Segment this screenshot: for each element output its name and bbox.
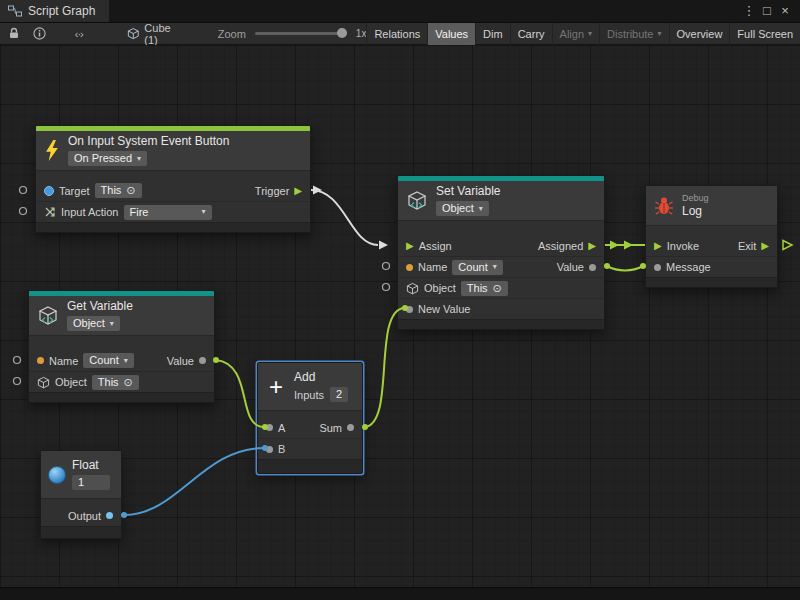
wire-trigger-to-assign[interactable]: [311, 190, 378, 245]
event-mode-dropdown[interactable]: On Pressed ▾: [68, 151, 147, 166]
node-on-input-system-event-button[interactable]: On Input System Event Button On Pressed …: [35, 125, 311, 233]
node-title: On Input System Event Button: [68, 135, 229, 148]
fullscreen-button[interactable]: Full Screen: [729, 23, 800, 45]
variable-cube-icon: [37, 305, 59, 327]
unconnected-port-indicator[interactable]: [383, 263, 390, 270]
invoke-input-port[interactable]: ▶: [654, 241, 662, 251]
node-footer: [398, 319, 604, 329]
a-input-port[interactable]: [266, 424, 273, 431]
chevron-down-icon: ▾: [124, 357, 128, 365]
value-port-label: Value: [167, 355, 194, 367]
values-button[interactable]: Values: [427, 23, 475, 45]
graph-target-selector[interactable]: Cube (1): [127, 22, 186, 46]
node-header: On Input System Event Button On Pressed …: [36, 131, 310, 171]
b-port-label: B: [278, 443, 285, 455]
zoom-slider-handle[interactable]: [337, 28, 347, 38]
trigger-output-port[interactable]: ▶: [294, 186, 302, 196]
input-action-dropdown[interactable]: Fire ▾: [124, 205, 212, 220]
node-add[interactable]: + Add Inputs 2 A Su: [257, 362, 363, 474]
value-output-port[interactable]: [589, 264, 596, 271]
object-port-row: Object This ⊙: [398, 277, 604, 298]
target-port-label: Target: [59, 185, 90, 197]
float-value-field[interactable]: 1: [72, 475, 110, 490]
dim-button[interactable]: Dim: [475, 23, 510, 45]
node-footer: [646, 277, 777, 287]
object-picker[interactable]: This ⊙: [92, 375, 139, 390]
chevron-down-icon: ▾: [110, 320, 114, 328]
overview-button[interactable]: Overview: [669, 23, 730, 45]
assigned-output-port[interactable]: ▶: [588, 241, 596, 251]
toolbar-buttons: Relations Values Dim Carry Align ▾ Distr…: [366, 23, 800, 45]
graph-canvas[interactable]: On Input System Event Button On Pressed …: [0, 45, 800, 587]
unconnected-port-indicator[interactable]: [383, 284, 390, 291]
unconnected-port-indicator[interactable]: [20, 187, 27, 194]
wire-arrowhead: [624, 241, 633, 250]
close-icon[interactable]: ×: [776, 0, 794, 22]
chevron-down-icon: ▾: [588, 29, 592, 38]
zoom-value: 1x: [356, 28, 367, 39]
align-label: Align: [560, 28, 584, 40]
variable-kind-dropdown[interactable]: Object ▾: [436, 201, 489, 216]
cube-icon: [37, 376, 50, 389]
dropdown-value: Object: [442, 203, 474, 214]
variable-name-dropdown[interactable]: Count ▾: [452, 260, 502, 275]
align-button[interactable]: Align ▾: [552, 23, 599, 45]
variable-kind-dropdown[interactable]: Object ▾: [67, 316, 120, 331]
node-debug-log[interactable]: Debug Log ▶ Invoke Exit ▶ Message: [645, 185, 778, 288]
tab-title: Script Graph: [28, 4, 95, 18]
unconnected-port-indicator[interactable]: [14, 357, 21, 364]
exit-port-label: Exit: [738, 240, 756, 252]
gameobject-icon: [44, 186, 54, 196]
maximize-icon[interactable]: □: [758, 0, 776, 22]
distribute-button[interactable]: Distribute ▾: [599, 23, 668, 45]
node-footer: [29, 392, 214, 402]
node-spacer: [29, 336, 214, 350]
sum-output-port[interactable]: [347, 424, 354, 431]
node-header: Float 1: [41, 451, 121, 499]
name-input-port[interactable]: [406, 264, 413, 271]
b-input-port[interactable]: [266, 446, 273, 453]
tab-script-graph[interactable]: Script Graph: [0, 0, 109, 22]
object-picker[interactable]: This ⊙: [461, 281, 508, 296]
unconnected-port-indicator[interactable]: [20, 208, 27, 215]
carry-button[interactable]: Carry: [510, 23, 552, 45]
target-object-picker[interactable]: This ⊙: [95, 183, 142, 198]
name-input-port[interactable]: [37, 357, 44, 364]
node-footer: [258, 459, 362, 473]
lock-button[interactable]: [4, 23, 23, 45]
chevron-down-icon: ▾: [493, 263, 497, 271]
node-set-variable[interactable]: Set Variable Object ▾ ▶ Assign Assigned …: [397, 175, 605, 330]
node-title: Float: [72, 459, 99, 472]
object-picker-icon: ⊙: [493, 283, 502, 294]
invoke-port-row: ▶ Invoke Exit ▶: [646, 235, 777, 256]
wire-output-to-b[interactable]: [124, 448, 264, 515]
chevron-down-icon: ▾: [201, 208, 205, 216]
assign-input-port[interactable]: ▶: [406, 241, 414, 251]
node-spacer: [36, 171, 310, 180]
new-value-input-port[interactable]: [406, 306, 413, 313]
node-title: Log: [682, 205, 702, 218]
message-input-port[interactable]: [654, 264, 661, 271]
relations-button[interactable]: Relations: [366, 23, 427, 45]
menu-icon[interactable]: ⋮: [740, 0, 758, 22]
wire-value-to-message[interactable]: [607, 266, 643, 271]
float-value: 1: [78, 477, 84, 488]
node-header: Get Variable Object ▾: [29, 296, 214, 336]
output-port[interactable]: [106, 512, 113, 519]
window-bottom-edge: [0, 587, 800, 600]
zoom-label: Zoom: [218, 28, 246, 40]
zoom-slider[interactable]: [255, 32, 347, 35]
lock-icon: [8, 27, 20, 40]
exit-output-port[interactable]: ▶: [761, 241, 769, 251]
node-float[interactable]: Float 1 Output: [40, 450, 122, 539]
distribute-label: Distribute: [607, 28, 653, 40]
edit-graph-button[interactable]: ‹·›: [75, 28, 83, 40]
unconnected-port-indicator[interactable]: [14, 378, 21, 385]
info-button[interactable]: [29, 23, 48, 45]
value-output-port[interactable]: [199, 357, 206, 364]
wire-arrowhead: [610, 241, 619, 250]
variable-name-dropdown[interactable]: Count ▾: [83, 353, 133, 368]
inputs-count-field[interactable]: 2: [330, 387, 348, 402]
cube-icon: [406, 282, 419, 295]
node-get-variable[interactable]: Get Variable Object ▾ Name Count ▾: [28, 290, 215, 403]
